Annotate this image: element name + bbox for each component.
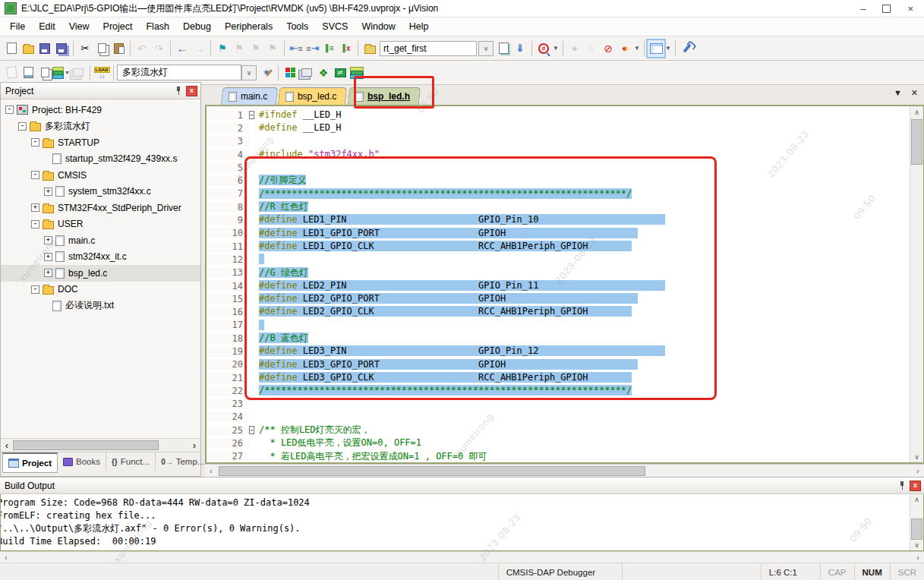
- editor-vscrollbar[interactable]: ∧ ∨: [910, 106, 923, 462]
- enable-breakpoint-button[interactable]: ○: [583, 40, 600, 57]
- build-output-vscrollbar[interactable]: ∧ ∨: [910, 494, 923, 550]
- code-line[interactable]: 10#define LED1_GPIO_PORT GPIOH: [207, 227, 910, 240]
- code-line[interactable]: 13//G 绿色灯: [207, 266, 910, 279]
- code-line[interactable]: 1-#ifndef __LED_H: [207, 109, 910, 121]
- configuration-wrench-button[interactable]: [679, 40, 695, 57]
- expand-icon[interactable]: +: [44, 269, 52, 277]
- find-in-files-icon[interactable]: [361, 40, 378, 57]
- menu-project[interactable]: Project: [96, 19, 140, 34]
- code-line[interactable]: 7/**************************************…: [207, 188, 910, 200]
- code-line[interactable]: 4#include "stm32f4xx.h": [207, 148, 910, 161]
- code-line[interactable]: 16#define LED2_GPIO_CLK RCC_AHB1Periph_G…: [207, 305, 910, 318]
- tree-item-main-c[interactable]: +main.c: [1, 232, 200, 249]
- expand-icon[interactable]: +: [44, 253, 52, 261]
- tree-item-user[interactable]: -USER: [1, 216, 200, 233]
- code-line[interactable]: 14#define LED2_PIN GPIO_Pin_11: [207, 279, 910, 292]
- build-output-close-icon[interactable]: x: [910, 481, 921, 491]
- pin-icon[interactable]: [175, 87, 181, 95]
- tree-item-bsp-led-c[interactable]: +bsp_led.c: [1, 265, 200, 282]
- code-line[interactable]: 8//R 红色灯: [207, 200, 910, 213]
- menu-window[interactable]: Window: [355, 19, 402, 34]
- panel-tab-funct[interactable]: {}Funct...: [106, 452, 156, 471]
- collapse-icon[interactable]: -: [5, 106, 14, 114]
- code-line[interactable]: 9#define LED1_PIN GPIO_Pin_10: [207, 213, 910, 226]
- code-line[interactable]: 19#define LED3_PIN GPIO_Pin_12: [207, 345, 910, 358]
- code-line[interactable]: 26 * LED低电平亮，设置ON=0, OFF=1: [207, 437, 910, 449]
- download-button[interactable]: LOAD↓↓: [93, 65, 110, 81]
- code-line[interactable]: 27 * 若LED高电平亮，把宏设置成ON=1 , OFF=0 即可: [207, 450, 910, 462]
- menu-peripherals[interactable]: Peripherals: [218, 19, 279, 34]
- editor-hscrollbar[interactable]: ‹ ›: [205, 464, 924, 477]
- batch-build-button[interactable]: ▼: [53, 65, 70, 81]
- tree-item-cmsis[interactable]: -CMSIS: [1, 167, 200, 184]
- panel-tab-project[interactable]: Project: [2, 452, 58, 473]
- code-line[interactable]: 22/*************************************…: [207, 384, 910, 397]
- build-button[interactable]: [20, 65, 36, 81]
- tree-item-必读说明-txt[interactable]: 必读说明.txt: [1, 298, 200, 314]
- tree-item-system-stm32f4xx-c[interactable]: +system_stm32f4xx.c: [1, 184, 200, 200]
- menu-debug[interactable]: Debug: [176, 19, 218, 34]
- code-line[interactable]: 6//引脚定义: [207, 174, 910, 187]
- menu-flash[interactable]: Flash: [139, 19, 176, 34]
- toggle-breakpoint-button[interactable]: ●: [566, 40, 583, 57]
- target-select-dropdown[interactable]: ∨: [241, 65, 257, 80]
- breakpoint-options-dropdown[interactable]: ▼: [633, 40, 641, 57]
- code-line[interactable]: 11#define LED1_GPIO_CLK RCC_AHB1Periph_G…: [207, 240, 910, 253]
- goto-next-bookmark-button[interactable]: ⚑: [231, 40, 248, 57]
- software-packs-button[interactable]: ❖: [315, 65, 332, 81]
- panel-tab-books[interactable]: Books: [58, 452, 106, 471]
- tab-close-icon[interactable]: ✕: [911, 88, 918, 98]
- menu-edit[interactable]: Edit: [32, 19, 62, 34]
- menu-help[interactable]: Help: [402, 19, 436, 34]
- copy-button[interactable]: [93, 40, 110, 57]
- navigate-back-button[interactable]: ←: [174, 40, 191, 57]
- tree-item-doc[interactable]: -DOC: [1, 282, 200, 298]
- window-layout-button[interactable]: [648, 40, 664, 57]
- navigate-forward-button[interactable]: →: [191, 40, 207, 57]
- build-output-log[interactable]: Program Size: Code=968 RO-data=444 RW-da…: [0, 494, 910, 550]
- scroll-thumb[interactable]: [13, 440, 159, 450]
- collapse-icon[interactable]: -: [18, 122, 27, 131]
- cut-button[interactable]: ✂: [77, 40, 93, 57]
- insert-bookmark-button[interactable]: ⚑: [214, 40, 231, 57]
- editor-tab-bsp-led-c[interactable]: bsp_led.c: [278, 87, 348, 105]
- save-all-button[interactable]: [53, 40, 70, 57]
- window-layout-dropdown[interactable]: ▼: [664, 40, 672, 57]
- tree-item-stm32f4xx-stdperiph-driver[interactable]: +STM32F4xx_StdPeriph_Driver: [1, 200, 200, 216]
- menu-tools[interactable]: Tools: [279, 19, 315, 34]
- scroll-up-icon[interactable]: ∧: [914, 106, 919, 118]
- code-line[interactable]: 24: [207, 411, 910, 424]
- menu-file[interactable]: File: [3, 19, 32, 34]
- scroll-right-icon[interactable]: ›: [912, 553, 924, 562]
- scroll-down-icon[interactable]: ∨: [914, 540, 919, 550]
- find-in-files-button[interactable]: [495, 40, 512, 57]
- fold-collapse-icon[interactable]: -: [249, 111, 254, 119]
- open-file-button[interactable]: [20, 40, 36, 57]
- incremental-find-button[interactable]: ⇓: [512, 40, 528, 57]
- scroll-left-icon[interactable]: ‹: [1, 440, 13, 451]
- editor-tab-main-c[interactable]: main.c: [221, 87, 279, 105]
- menu-svcs[interactable]: SVCS: [315, 19, 355, 34]
- indent-button[interactable]: ≡⇥: [304, 40, 321, 57]
- scroll-left-icon[interactable]: ‹: [0, 553, 12, 562]
- code-line[interactable]: 15#define LED2_GPIO_PORT GPIOH: [207, 292, 910, 305]
- code-line[interactable]: 12: [207, 253, 910, 266]
- code-line[interactable]: 3: [207, 135, 910, 148]
- fold-collapse-icon[interactable]: -: [249, 426, 254, 434]
- collapse-icon[interactable]: -: [31, 171, 39, 179]
- scroll-thumb[interactable]: [219, 466, 645, 476]
- close-button[interactable]: ×: [907, 4, 913, 14]
- search-input[interactable]: rt_get_first: [380, 41, 477, 56]
- scroll-down-icon[interactable]: ∨: [914, 451, 919, 462]
- scroll-right-icon[interactable]: ›: [188, 440, 200, 451]
- comment-selection-button[interactable]: ∥≡: [321, 40, 338, 57]
- unindent-button[interactable]: ⇤≡: [288, 40, 304, 57]
- uncomment-selection-button[interactable]: ∥x: [338, 40, 355, 57]
- target-select[interactable]: 多彩流水灯: [117, 65, 241, 80]
- editor-tab-bsp-led-h[interactable]: bsp_led.h: [348, 87, 421, 105]
- rebuild-button[interactable]: [36, 65, 53, 81]
- tree-item-startup-stm32f429-439xx-s[interactable]: startup_stm32f429_439xx.s: [1, 151, 200, 168]
- stop-build-button[interactable]: [70, 65, 87, 81]
- tab-list-dropdown-icon[interactable]: ▼: [894, 88, 902, 98]
- collapse-icon[interactable]: -: [31, 220, 39, 229]
